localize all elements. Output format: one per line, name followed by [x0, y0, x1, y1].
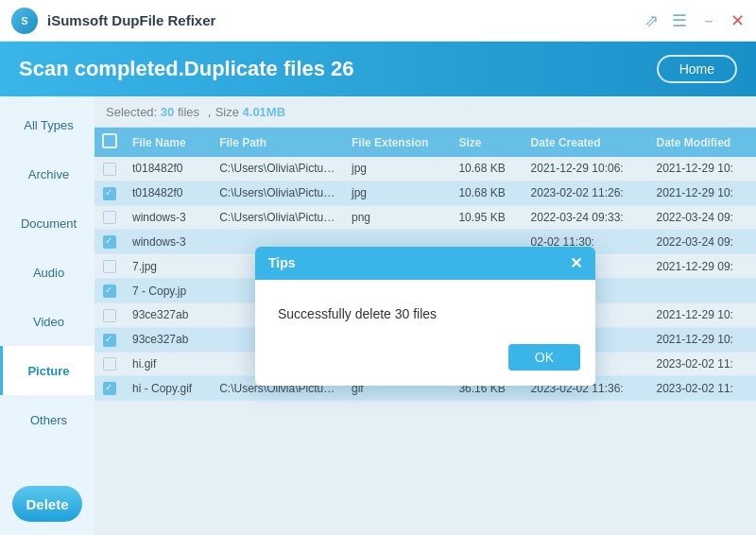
sidebar: All Types Archive Document Audio Video P… — [0, 96, 94, 535]
tips-dialog: Tips ✕ Successfully delete 30 files OK — [255, 247, 595, 386]
sidebar-item-archive[interactable]: Archive — [0, 149, 94, 198]
window-controls: ⇗ ☰ － ✕ — [644, 9, 745, 32]
scan-result-title: Scan completed.Duplicate files 26 — [19, 57, 354, 81]
tips-close-button[interactable]: ✕ — [570, 254, 582, 272]
home-button[interactable]: Home — [657, 55, 737, 83]
sidebar-item-video[interactable]: Video — [0, 297, 94, 346]
ok-button[interactable]: OK — [508, 344, 580, 371]
tips-footer: OK — [255, 337, 595, 386]
app-title: iSumsoft DupFile Refixer — [47, 12, 644, 28]
delete-btn-container: Delete — [0, 444, 94, 535]
sidebar-item-others[interactable]: Others — [0, 395, 94, 444]
tips-dialog-header: Tips ✕ — [255, 247, 595, 280]
menu-icon[interactable]: ☰ — [672, 10, 687, 31]
content-area: Selected: 30 files ，Size 4.01MB File Nam… — [94, 96, 756, 535]
share-icon[interactable]: ⇗ — [644, 10, 659, 31]
modal-overlay: Tips ✕ Successfully delete 30 files OK — [94, 96, 756, 535]
sidebar-item-all-types[interactable]: All Types — [0, 100, 94, 149]
minimize-icon[interactable]: － — [700, 9, 717, 32]
title-bar: S iSumsoft DupFile Refixer ⇗ ☰ － ✕ — [0, 0, 756, 42]
sidebar-item-document[interactable]: Document — [0, 198, 94, 248]
app-header: Scan completed.Duplicate files 26 Home — [0, 42, 756, 96]
delete-button[interactable]: Delete — [12, 486, 82, 522]
tips-body: Successfully delete 30 files — [255, 280, 595, 337]
main-layout: All Types Archive Document Audio Video P… — [0, 96, 756, 535]
app-logo: S — [11, 8, 38, 34]
sidebar-item-audio[interactable]: Audio — [0, 248, 94, 297]
sidebar-item-picture[interactable]: Picture — [0, 346, 94, 395]
tips-title: Tips — [268, 255, 296, 270]
tips-message: Successfully delete 30 files — [278, 306, 437, 321]
close-icon[interactable]: ✕ — [730, 10, 745, 31]
